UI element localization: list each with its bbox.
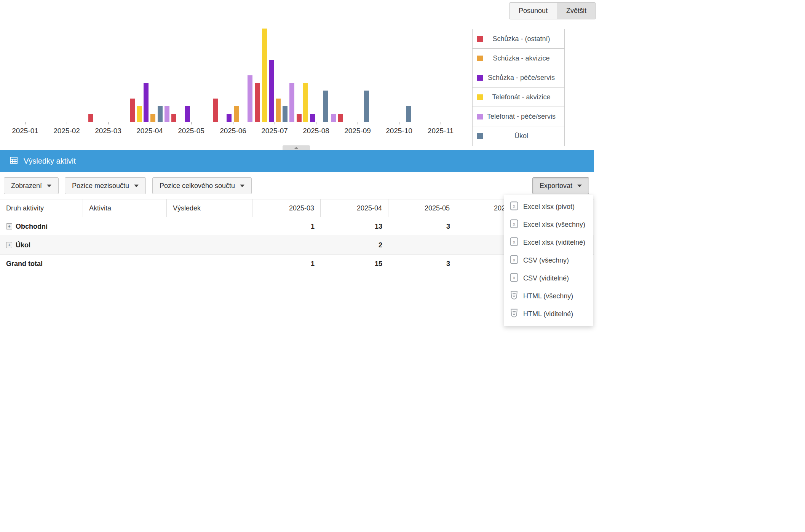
column-header[interactable]: Výsledek [167, 199, 252, 217]
zoom-button[interactable]: Zvětšit [557, 2, 596, 19]
panel-title: Výsledky aktivit [24, 157, 76, 166]
expand-icon[interactable]: + [6, 223, 12, 229]
export-menu-item[interactable]: HTML (všechny) [504, 287, 593, 305]
bar [165, 106, 169, 122]
bar [262, 29, 267, 122]
bar [289, 83, 294, 122]
tick-label: 2025-11 [420, 127, 462, 135]
legend-swatch [477, 94, 483, 100]
bar [144, 83, 149, 122]
legend-swatch [477, 75, 483, 81]
bar [158, 106, 163, 122]
csv-icon: x [510, 273, 518, 284]
column-header[interactable]: 2025-05 [388, 199, 456, 217]
bar [248, 75, 252, 122]
x-axis [4, 122, 460, 122]
view-dropdown-label: Zobrazení [11, 182, 42, 190]
svg-text:x: x [513, 239, 516, 245]
legend-item[interactable]: Telefonát - akvizice [473, 88, 564, 107]
x-tick [358, 122, 358, 124]
bar [185, 106, 190, 122]
row-label: Grand total [6, 260, 77, 268]
tick-label: 2025-06 [212, 127, 254, 135]
tick-label: 2025-08 [295, 127, 337, 135]
legend-item[interactable]: Telefonát - péče/servis [473, 107, 564, 126]
grand-total-position-label: Pozice celkového součtu [160, 182, 235, 190]
column-header[interactable]: Druh aktivity [0, 199, 83, 217]
chevron-down-icon [134, 185, 139, 187]
excel-icon: x [510, 219, 518, 230]
grand-total-position-dropdown[interactable]: Pozice celkového součtu [152, 177, 252, 194]
row-label: +Úkol [6, 241, 77, 249]
chevron-down-icon [47, 185, 51, 187]
x-tick [67, 122, 67, 124]
bar [303, 83, 308, 122]
chart-mode-toggle: Posunout Zvětšit [509, 2, 596, 19]
expand-icon[interactable]: + [6, 242, 12, 248]
legend-item[interactable]: Schůzka - (ostatní) [473, 29, 564, 49]
legend-swatch [477, 56, 483, 61]
x-tick [316, 122, 316, 124]
bar [171, 114, 176, 122]
legend-item[interactable]: Schůzka - akvizice [473, 49, 564, 68]
table-icon [9, 156, 18, 166]
legend-label: Schůzka - (ostatní) [483, 35, 560, 43]
tick-label: 2025-01 [4, 127, 46, 135]
bar [88, 114, 93, 122]
bar [255, 83, 260, 122]
export-menu-item[interactable]: xExcel xlsx (pivot) [504, 198, 593, 216]
column-header[interactable]: Aktivita [83, 199, 167, 217]
tick-label: 2025-07 [254, 127, 295, 135]
row-label-cell: +Obchodní [0, 223, 83, 231]
export-menu: xExcel xlsx (pivot)xExcel xlsx (všechny)… [504, 195, 593, 326]
subtotal-position-label: Pozice mezisoučtu [72, 182, 129, 190]
legend-swatch [477, 36, 483, 42]
legend-item[interactable]: Úkol [473, 126, 564, 146]
row-label-cell: Grand total [0, 260, 83, 268]
row-label: +Obchodní [6, 223, 77, 231]
pan-button[interactable]: Posunout [509, 2, 557, 19]
x-tick [150, 122, 150, 124]
bar [283, 106, 288, 122]
bar [276, 99, 281, 122]
export-menu-item[interactable]: xCSV (všechny) [504, 252, 593, 269]
tick-label: 2025-05 [170, 127, 212, 135]
bar [227, 114, 232, 122]
menu-item-label: Excel xlsx (viditelné) [523, 239, 585, 247]
export-menu-item[interactable]: HTML (viditelné) [504, 305, 593, 323]
svg-text:x: x [513, 275, 516, 280]
export-dropdown[interactable]: Exportovat [532, 177, 589, 194]
cell-value: 3 [388, 223, 456, 231]
tick-label: 2025-02 [46, 127, 88, 135]
view-dropdown[interactable]: Zobrazení [4, 177, 59, 194]
bar [269, 60, 274, 122]
export-menu-item[interactable]: xExcel xlsx (viditelné) [504, 234, 593, 252]
row-label-cell: +Úkol [0, 241, 83, 249]
x-tick [191, 122, 192, 124]
chevron-up-icon [294, 147, 298, 149]
export-menu-item[interactable]: xExcel xlsx (všechny) [504, 216, 593, 234]
export-menu-item[interactable]: xCSV (viditelné) [504, 269, 593, 287]
tick-label: 2025-04 [129, 127, 171, 135]
x-tick [441, 122, 441, 124]
row-label-text: Grand total [6, 260, 43, 268]
chevron-down-icon [240, 185, 244, 187]
bar [364, 91, 369, 122]
x-tick [275, 122, 275, 124]
svg-text:x: x [513, 257, 516, 263]
collapse-handle[interactable] [283, 145, 310, 150]
bar [331, 114, 336, 122]
activity-chart: 2025-012025-022025-032025-042025-052025-… [0, 0, 466, 145]
bar [150, 114, 155, 122]
bar [137, 106, 142, 122]
menu-item-label: CSV (viditelné) [523, 274, 569, 282]
legend-label: Schůzka - péče/servis [483, 74, 560, 82]
subtotal-position-dropdown[interactable]: Pozice mezisoučtu [65, 177, 146, 194]
export-dropdown-label: Exportovat [540, 182, 572, 190]
column-header[interactable]: 2025-03 [252, 199, 321, 217]
menu-item-label: Excel xlsx (všechny) [523, 221, 585, 229]
legend-item[interactable]: Schůzka - péče/servis [473, 68, 564, 88]
legend-label: Telefonát - péče/servis [483, 113, 560, 121]
csv-icon: x [510, 255, 518, 266]
column-header[interactable]: 2025-04 [321, 199, 388, 217]
